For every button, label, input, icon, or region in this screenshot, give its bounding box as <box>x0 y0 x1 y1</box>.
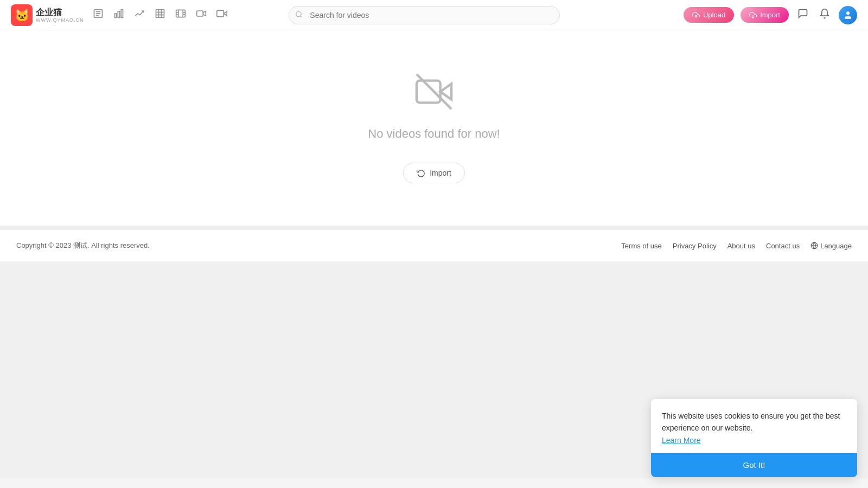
search-bar <box>289 6 560 24</box>
cookie-banner: This website uses cookies to ensure you … <box>651 399 857 477</box>
import-button-header[interactable]: Import <box>741 7 789 23</box>
cookie-message-text: This website uses cookies to ensure you … <box>662 412 840 432</box>
svg-rect-6 <box>114 14 116 18</box>
logo-text: 企业猫 WWW.QYMAO.CN <box>36 7 84 23</box>
svg-marker-23 <box>224 11 227 16</box>
svg-rect-24 <box>216 10 224 17</box>
section-divider <box>0 226 868 230</box>
table-icon[interactable] <box>155 8 165 22</box>
footer: Copyright © 2023 测试. All rights reserved… <box>0 230 868 261</box>
header-right: Upload Import <box>684 6 857 24</box>
film-icon[interactable] <box>175 8 186 22</box>
svg-line-26 <box>301 16 302 17</box>
empty-message: No videos found for now! <box>368 127 500 141</box>
avatar[interactable] <box>839 6 857 24</box>
main-content: No videos found for now! Import <box>0 30 868 226</box>
svg-rect-9 <box>156 10 164 18</box>
svg-text:🐱: 🐱 <box>15 8 30 22</box>
search-icon <box>295 10 303 20</box>
terms-link[interactable]: Terms of use <box>621 242 661 250</box>
language-selector[interactable]: Language <box>810 242 852 250</box>
svg-marker-30 <box>441 84 451 99</box>
cookie-learn-more-link[interactable]: Learn More <box>662 436 701 445</box>
search-input[interactable] <box>289 6 560 24</box>
no-video-icon <box>415 73 453 116</box>
contact-link[interactable]: Contact us <box>766 242 800 250</box>
camera-icon[interactable] <box>216 8 227 22</box>
svg-rect-21 <box>196 11 203 16</box>
upload-button[interactable]: Upload <box>684 7 734 23</box>
chart-icon[interactable] <box>113 8 124 22</box>
footer-links: Terms of use Privacy Policy About us Con… <box>621 242 852 250</box>
article-icon[interactable] <box>93 8 104 22</box>
messages-button[interactable] <box>795 6 810 24</box>
logo-brand-en: WWW.QYMAO.CN <box>36 17 84 23</box>
import-button-center[interactable]: Import <box>403 163 465 183</box>
about-link[interactable]: About us <box>727 242 755 250</box>
import-label-header: Import <box>760 11 780 19</box>
cookie-message-area: This website uses cookies to ensure you … <box>651 399 857 453</box>
svg-point-25 <box>296 11 301 16</box>
privacy-link[interactable]: Privacy Policy <box>673 242 717 250</box>
nav-icons <box>93 8 227 22</box>
media-icon[interactable] <box>196 8 207 22</box>
logo[interactable]: 🐱 企业猫 WWW.QYMAO.CN <box>11 4 84 26</box>
svg-rect-7 <box>118 11 119 18</box>
import-label-center: Import <box>430 169 451 177</box>
upload-label: Upload <box>703 11 725 19</box>
cookie-accept-button[interactable]: Got It! <box>651 453 857 477</box>
header: 🐱 企业猫 WWW.QYMAO.CN <box>0 0 868 30</box>
notifications-button[interactable] <box>817 6 832 24</box>
language-label: Language <box>820 242 852 250</box>
svg-rect-31 <box>417 81 441 103</box>
svg-point-29 <box>846 11 850 15</box>
svg-marker-22 <box>203 11 206 16</box>
svg-rect-14 <box>176 10 185 17</box>
logo-icon: 🐱 <box>11 4 33 26</box>
svg-rect-8 <box>121 10 123 18</box>
trend-icon[interactable] <box>134 8 145 22</box>
logo-brand-cn: 企业猫 <box>36 7 84 17</box>
copyright-text: Copyright © 2023 测试. All rights reserved… <box>16 241 150 251</box>
